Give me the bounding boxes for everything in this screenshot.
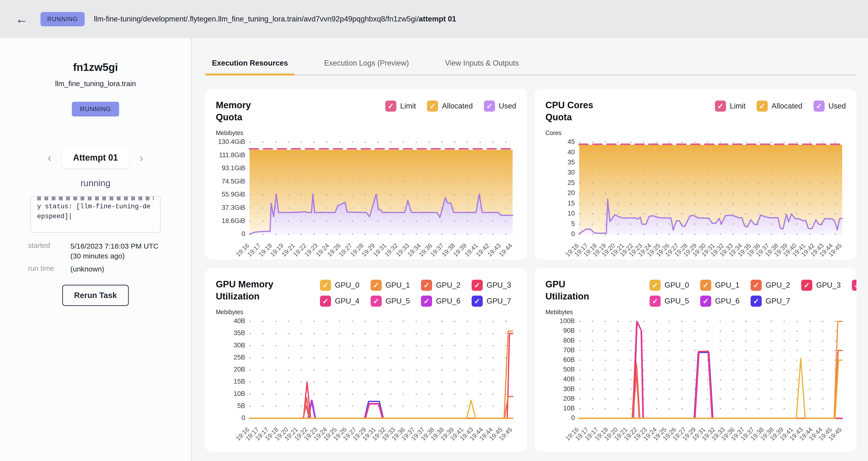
- svg-text:30: 30: [567, 169, 575, 176]
- attempt-label[interactable]: Attempt 01: [62, 147, 129, 168]
- svg-text:19:21: 19:21: [280, 242, 296, 258]
- runtime-label: run time: [28, 264, 64, 274]
- legend-item-gpu_2[interactable]: ✓GPU_2: [421, 280, 461, 291]
- legend-label: GPU_0: [664, 281, 689, 289]
- legend-checkbox-icon[interactable]: ✓: [715, 100, 726, 112]
- log-snippet-box[interactable]: y status: [llm-fine-tuning-de epspeed]|: [30, 196, 161, 233]
- legend-item-limit[interactable]: ✓Limit: [715, 100, 745, 112]
- tab-execution-resources[interactable]: Execution Resources: [205, 55, 294, 75]
- svg-text:19:24: 19:24: [314, 242, 331, 258]
- svg-text:35B: 35B: [234, 330, 245, 337]
- legend-label: Limit: [730, 102, 745, 111]
- svg-text:19:19: 19:19: [269, 242, 285, 258]
- chart-title: GPU Memory Utilization: [216, 278, 320, 302]
- legend-item-gpu_4[interactable]: ✓GPU_4: [320, 296, 360, 307]
- svg-text:19:28: 19:28: [349, 242, 365, 258]
- legend-checkbox-icon[interactable]: ✓: [700, 280, 711, 291]
- svg-text:60B: 60B: [563, 356, 575, 363]
- legend-checkbox-icon[interactable]: ✓: [756, 100, 768, 112]
- svg-text:0: 0: [571, 414, 575, 422]
- svg-text:19:18: 19:18: [257, 242, 273, 258]
- legend-item-gpu_1[interactable]: ✓GPU_1: [700, 280, 740, 291]
- legend-checkbox-icon[interactable]: ✓: [421, 280, 432, 291]
- svg-text:93.1GiB: 93.1GiB: [222, 165, 245, 172]
- legend-item-gpu_3[interactable]: ✓GPU_3: [472, 280, 511, 291]
- legend-item-gpu_1[interactable]: ✓GPU_1: [371, 280, 410, 291]
- legend-item-gpu_6[interactable]: ✓GPU_6: [700, 296, 740, 307]
- legend-item-allocated[interactable]: ✓Allocated: [427, 100, 473, 112]
- legend-checkbox-icon[interactable]: ✓: [801, 280, 812, 291]
- legend-label: GPU_7: [766, 297, 790, 306]
- legend-checkbox-icon[interactable]: ✓: [320, 280, 331, 291]
- legend-checkbox-icon[interactable]: ✓: [427, 100, 438, 112]
- back-arrow-icon[interactable]: ←: [16, 13, 28, 25]
- legend-item-gpu_4[interactable]: ✓GPU_4: [852, 280, 857, 291]
- legend-checkbox-icon[interactable]: ✓: [472, 296, 483, 307]
- legend-item-gpu_7[interactable]: ✓GPU_7: [751, 296, 790, 307]
- legend-checkbox-icon[interactable]: ✓: [700, 296, 711, 307]
- tab-view-inputs-outputs[interactable]: View Inputs & Outputs: [438, 55, 526, 75]
- legend-checkbox-icon[interactable]: ✓: [751, 296, 762, 307]
- chart-legend: ✓GPU_0✓GPU_1✓GPU_2✓GPU_3✓GPU_4✓GPU_5✓GPU…: [320, 278, 516, 316]
- legend-checkbox-icon[interactable]: ✓: [484, 100, 495, 112]
- svg-text:5B: 5B: [237, 402, 245, 409]
- legend-item-gpu_0[interactable]: ✓GPU_0: [320, 280, 360, 291]
- chart-legend: ✓Limit✓Allocated✓Used: [650, 99, 846, 136]
- svg-text:25: 25: [567, 179, 575, 186]
- legend-item-gpu_5[interactable]: ✓GPU_5: [650, 296, 689, 307]
- svg-text:20B: 20B: [234, 366, 245, 373]
- svg-text:40B: 40B: [563, 376, 575, 383]
- legend-item-gpu_7[interactable]: ✓GPU_7: [472, 296, 511, 307]
- chart-title: Memory Quota: [216, 99, 320, 123]
- legend-label: GPU_2: [766, 281, 790, 289]
- svg-text:45: 45: [567, 138, 575, 145]
- legend-checkbox-icon[interactable]: ✓: [472, 280, 483, 291]
- legend-label: Limit: [400, 102, 416, 111]
- chart-title: CPU Cores Quota: [546, 99, 650, 123]
- rerun-task-button[interactable]: Rerun Task: [62, 285, 128, 306]
- attempt-status: running: [0, 178, 191, 188]
- legend-item-limit[interactable]: ✓Limit: [385, 100, 416, 112]
- run-metadata: started 5/16/2023 7:16:03 PM UTC (30 min…: [28, 241, 163, 274]
- legend-checkbox-icon[interactable]: ✓: [852, 280, 857, 291]
- svg-text:19:32: 19:32: [383, 242, 399, 258]
- svg-text:80B: 80B: [563, 337, 575, 344]
- status-badge: RUNNING: [40, 12, 85, 26]
- legend-item-gpu_0[interactable]: ✓GPU_0: [650, 280, 689, 291]
- legend-item-gpu_6[interactable]: ✓GPU_6: [421, 296, 461, 307]
- svg-text:19:38: 19:38: [440, 242, 457, 258]
- svg-text:19:37: 19:37: [429, 242, 445, 258]
- chart-title: GPU Utilization: [546, 278, 650, 302]
- gpu-memory-utilization-card: GPU Memory Utilization Mebibytes ✓GPU_0✓…: [205, 268, 527, 452]
- legend-item-used[interactable]: ✓Used: [813, 100, 846, 112]
- legend-checkbox-icon[interactable]: ✓: [813, 100, 825, 112]
- legend-item-allocated[interactable]: ✓Allocated: [756, 100, 802, 112]
- next-attempt-icon[interactable]: ›: [140, 152, 143, 163]
- chart-unit-label: Mebibytes: [216, 129, 320, 136]
- svg-text:55.9GiB: 55.9GiB: [222, 191, 245, 198]
- legend-checkbox-icon[interactable]: ✓: [650, 296, 661, 307]
- tab-execution-logs[interactable]: Execution Logs (Preview): [317, 55, 416, 75]
- legend-checkbox-icon[interactable]: ✓: [385, 100, 396, 112]
- legend-checkbox-icon[interactable]: ✓: [650, 280, 661, 291]
- legend-checkbox-icon[interactable]: ✓: [371, 280, 382, 291]
- previous-attempt-icon[interactable]: ‹: [48, 152, 51, 163]
- log-line: epspeed]|: [37, 212, 154, 222]
- breadcrumb-attempt: attempt 01: [419, 15, 456, 23]
- svg-text:19:33: 19:33: [395, 242, 411, 258]
- chart-unit-label: Cores: [546, 129, 650, 136]
- svg-text:90B: 90B: [563, 327, 575, 334]
- svg-text:0: 0: [571, 230, 575, 238]
- legend-checkbox-icon[interactable]: ✓: [320, 296, 331, 307]
- svg-text:10B: 10B: [563, 405, 575, 412]
- legend-item-gpu_2[interactable]: ✓GPU_2: [751, 280, 790, 291]
- legend-label: Allocated: [772, 102, 802, 111]
- legend-checkbox-icon[interactable]: ✓: [421, 296, 432, 307]
- legend-checkbox-icon[interactable]: ✓: [371, 296, 382, 307]
- svg-text:19:36: 19:36: [417, 242, 434, 258]
- legend-item-gpu_5[interactable]: ✓GPU_5: [371, 296, 410, 307]
- legend-label: Used: [829, 102, 846, 111]
- legend-item-used[interactable]: ✓Used: [484, 100, 516, 112]
- legend-checkbox-icon[interactable]: ✓: [751, 280, 762, 291]
- legend-item-gpu_3[interactable]: ✓GPU_3: [801, 280, 841, 291]
